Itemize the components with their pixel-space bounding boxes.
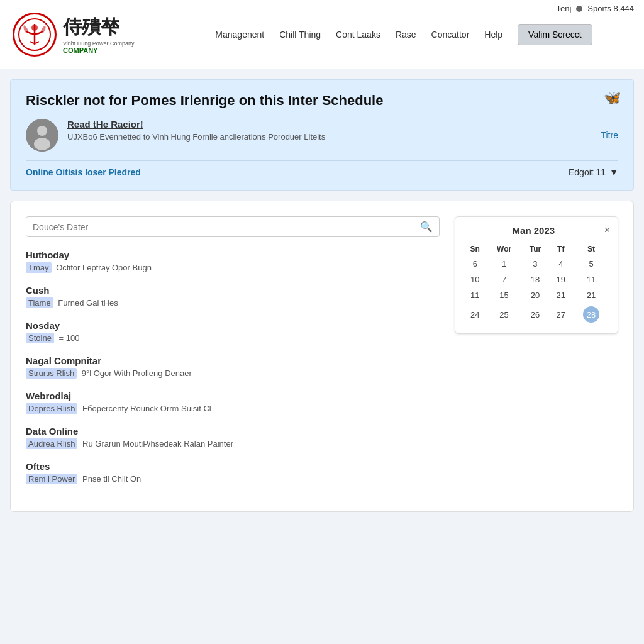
nav-chill-thing[interactable]: Chill Thing [279, 30, 321, 40]
list-item-highlight: Tmay [26, 262, 52, 273]
user-name-label: Tenj [556, 4, 571, 13]
sports-dot-icon [576, 6, 582, 12]
calendar-close-button[interactable]: × [604, 225, 610, 236]
calendar-body: 6134510718191111152021212425262728 [463, 256, 610, 326]
list-item-text: Ru Grarun MoutiP/hsedeak Ralan Painter [82, 439, 233, 448]
nav-help[interactable]: Help [484, 30, 502, 40]
calendar-day[interactable]: 21 [549, 287, 572, 303]
banner-title: Risckler not for Pomes Irlenrige on this… [26, 92, 618, 109]
banner-footer: Online Oitisis loser Pledred Edgoit 11 ▼ [26, 160, 618, 177]
user-name[interactable]: Read tHe Racior! [67, 119, 618, 130]
calendar-day[interactable]: 26 [521, 303, 550, 326]
logo-chinese: 侍殨梺 [63, 14, 134, 40]
list-item-highlight: Depres Rlish [26, 403, 77, 414]
logo-circle [13, 13, 57, 57]
list-item-text: = 100 [59, 333, 80, 343]
titre-link[interactable]: Titre [601, 130, 618, 140]
calendar-day[interactable]: 20 [521, 287, 550, 303]
calendar-week-row: 107181911 [463, 272, 610, 287]
chevron-down-icon: ▼ [609, 167, 618, 177]
left-panel: 🔍 Huthoday Tmay Octifor Leptray Opor Bug… [26, 216, 440, 496]
list-item-desc: Tiame Furned Gal tHes [26, 298, 440, 308]
list-item-desc: Audreа Rlish Ru Grarun MoutiP/hsedeak Ra… [26, 439, 440, 448]
user-info: Read tHe Racior! UJXBo6 Evennetted to Vi… [67, 119, 618, 142]
list-item-title: Cush [26, 285, 440, 296]
list-item: Webrodlaj Depres Rlish Fбopercenty Rounc… [26, 391, 440, 413]
logo-sub: Vinht Hung Power Company [63, 40, 134, 47]
calendar-day[interactable]: 3 [521, 256, 550, 272]
avatar [26, 119, 58, 152]
list-item-text: Fбopercenty Rounck Orrm Suisit Cl [82, 404, 211, 413]
list-item-title: Webrodlaj [26, 391, 440, 401]
list-item-highlight: Strurзs Rlish [26, 368, 77, 379]
svg-point-1 [31, 25, 38, 31]
footer-left-link[interactable]: Online Oitisis loser Pledred [26, 167, 141, 177]
list-item-desc: Tmay Octifor Leptray Opor Bugn [26, 263, 440, 272]
list-item: Huthoday Tmay Octifor Leptray Opor Bugn [26, 250, 440, 272]
top-bar: 侍殨梺 Vinht Hung Power Company COMPANY Man… [0, 0, 644, 69]
footer-right-control[interactable]: Edgoit 11 ▼ [569, 167, 618, 177]
list-item-desc: Stoine = 100 [26, 333, 440, 343]
list-item-title: Huthoday [26, 250, 440, 260]
sports-label: Sports 8,444 [587, 4, 634, 13]
banner: Risckler not for Pomes Irlenrige on this… [10, 79, 634, 191]
list-item: Data Online Audreа Rlish Ru Grarun Mouti… [26, 426, 440, 448]
calendar-headers-row: SnWorTurTfSt [463, 242, 610, 256]
list-item-highlight: Tiame [26, 297, 53, 308]
list-item-desc: Rem l Power Pnse til Chilt On [26, 474, 440, 484]
logo-text-block: 侍殨梺 Vinht Hung Power Company COMPANY [63, 14, 134, 54]
calendar-day[interactable]: 4 [549, 256, 572, 272]
calendar-grid: SnWorTurTfSt 613451071819111115202121242… [463, 242, 610, 326]
search-input[interactable] [33, 222, 415, 232]
main-content: 🔍 Huthoday Tmay Octifor Leptray Opor Bug… [10, 201, 634, 512]
nav-cont-laaks[interactable]: Cont Laaks [336, 30, 380, 40]
calendar-day[interactable]: 28 [572, 303, 610, 326]
calendar: Man 2023 × SnWorTurTfSt 6134510718191111… [455, 216, 618, 334]
list-item-highlight: Rem l Power [26, 474, 77, 484]
valim-screcct-button[interactable]: Valim Screcct [518, 24, 592, 45]
list-item-text: Octifor Leptray Opor Bugn [56, 263, 152, 272]
calendar-month: Man 2023 [463, 225, 604, 236]
calendar-day[interactable]: 11 [572, 272, 610, 287]
calendar-header-cell: Wor [487, 242, 521, 256]
list-item-text: Furned Gal tHes [58, 298, 118, 308]
calendar-header-cell: Tf [549, 242, 572, 256]
list-item-highlight: Audreа Rlish [26, 438, 77, 449]
list-item: Cush Tiame Furned Gal tHes [26, 285, 440, 308]
search-icon[interactable]: 🔍 [420, 221, 433, 233]
right-panel: Man 2023 × SnWorTurTfSt 6134510718191111… [455, 216, 618, 496]
calendar-day[interactable]: 18 [521, 272, 550, 287]
calendar-day[interactable]: 21 [572, 287, 610, 303]
logo-svg [18, 18, 52, 52]
calendar-day[interactable]: 5 [572, 256, 610, 272]
footer-right-label: Edgoit 11 [569, 167, 606, 177]
calendar-day[interactable]: 11 [463, 287, 487, 303]
calendar-day[interactable]: 19 [549, 272, 572, 287]
calendar-day[interactable]: 6 [463, 256, 487, 272]
nav-management[interactable]: Managenent [215, 30, 264, 40]
list-item-text: 9°l Ogor With Prolleng Denaer [82, 369, 192, 378]
calendar-day[interactable]: 24 [463, 303, 487, 326]
calendar-day[interactable]: 10 [463, 272, 487, 287]
svg-point-3 [37, 126, 47, 136]
list-item-highlight: Stoine [26, 333, 54, 343]
calendar-day[interactable]: 15 [487, 287, 521, 303]
list-item-desc: Depres Rlish Fбopercenty Rounck Orrm Sui… [26, 404, 440, 413]
banner-user: Read tHe Racior! UJXBo6 Evennetted to Vi… [26, 119, 618, 152]
nav-concattor[interactable]: Concattor [431, 30, 470, 40]
list-item-desc: Strurзs Rlish 9°l Ogor With Prolleng Den… [26, 369, 440, 378]
search-box[interactable]: 🔍 [26, 216, 440, 237]
calendar-week-row: 2425262728 [463, 303, 610, 326]
calendar-day[interactable]: 27 [549, 303, 572, 326]
calendar-header-cell: Sn [463, 242, 487, 256]
logo-area: 侍殨梺 Vinht Hung Power Company COMPANY [13, 13, 176, 57]
calendar-day[interactable]: 1 [487, 256, 521, 272]
top-right: Tenj Sports 8,444 [556, 4, 634, 13]
calendar-header-cell: St [572, 242, 610, 256]
list-item: Nagal Compnitar Strurзs Rlish 9°l Ogor W… [26, 355, 440, 378]
calendar-header-cell: Tur [521, 242, 550, 256]
list-item-title: Oftes [26, 461, 440, 472]
calendar-day[interactable]: 7 [487, 272, 521, 287]
calendar-day[interactable]: 25 [487, 303, 521, 326]
nav-rase[interactable]: Rase [396, 30, 416, 40]
